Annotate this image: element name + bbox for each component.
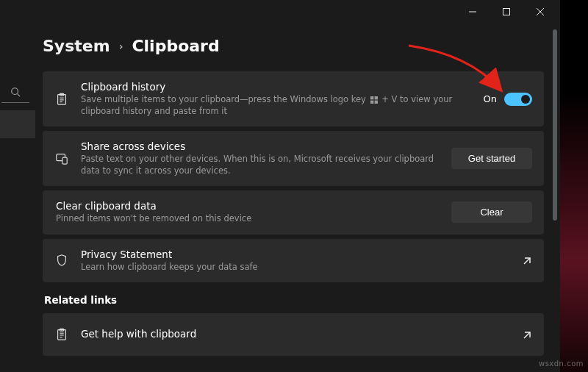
svg-rect-1 [503,9,510,15]
nav-sidebar [0,24,35,372]
setting-description: Save multiple items to your clipboard—pr… [81,94,472,117]
open-external-icon [522,329,532,340]
minimize-button[interactable] [456,0,490,24]
setting-clear-clipboard: Clear clipboard data Pinned items won't … [43,190,544,235]
shield-icon [54,254,69,267]
scrollbar[interactable] [553,29,557,353]
main-content: System › Clipboard Clipboard history Sav… [35,24,560,372]
svg-rect-13 [370,100,373,103]
svg-rect-11 [370,96,373,99]
setting-description: Pinned items won't be removed on this de… [56,213,440,225]
setting-title: Share across devices [81,140,440,152]
clipboard-icon [54,93,69,106]
setting-title: Clipboard history [81,81,472,93]
get-started-button[interactable]: Get started [451,148,532,169]
scrollbar-thumb[interactable] [553,29,557,221]
watermark: wsxdn.com [539,360,584,368]
windows-logo-icon [370,96,378,104]
setting-privacy-statement[interactable]: Privacy Statement Learn how clipboard ke… [43,239,544,283]
setting-share-across-devices: Share across devices Paste text on your … [43,131,544,186]
svg-point-4 [12,87,18,94]
window-titlebar [0,0,560,24]
setting-clipboard-history: Clipboard history Save multiple items to… [43,71,544,126]
maximize-button[interactable] [490,0,523,24]
breadcrumb-current: Clipboard [132,37,219,55]
setting-title: Privacy Statement [81,248,510,260]
related-links-heading: Related links [44,294,544,306]
link-title: Get help with clipboard [81,328,510,340]
svg-rect-12 [374,96,377,99]
svg-rect-16 [62,157,67,164]
desktop-background-sliver [560,0,588,372]
svg-rect-14 [374,100,377,103]
clear-button[interactable]: Clear [451,201,532,223]
open-external-icon [522,255,532,265]
search-input[interactable] [1,81,29,103]
nav-item-selected[interactable] [0,110,35,138]
clipboard-icon [54,328,69,341]
breadcrumb-root[interactable]: System [43,37,110,55]
close-button[interactable] [523,0,557,24]
chevron-right-icon: › [119,40,123,52]
setting-description: Learn how clipboard keeps your data safe [81,262,510,273]
devices-icon [54,152,69,165]
breadcrumb: System › Clipboard [43,37,544,55]
toggle-state-label: On [484,93,497,104]
clipboard-history-toggle[interactable] [504,93,532,106]
setting-title: Clear clipboard data [56,200,440,212]
setting-description: Paste text on your other devices. When t… [81,154,440,176]
svg-line-5 [18,93,21,96]
related-get-help[interactable]: Get help with clipboard [43,313,544,356]
settings-window: System › Clipboard Clipboard history Sav… [0,0,560,372]
